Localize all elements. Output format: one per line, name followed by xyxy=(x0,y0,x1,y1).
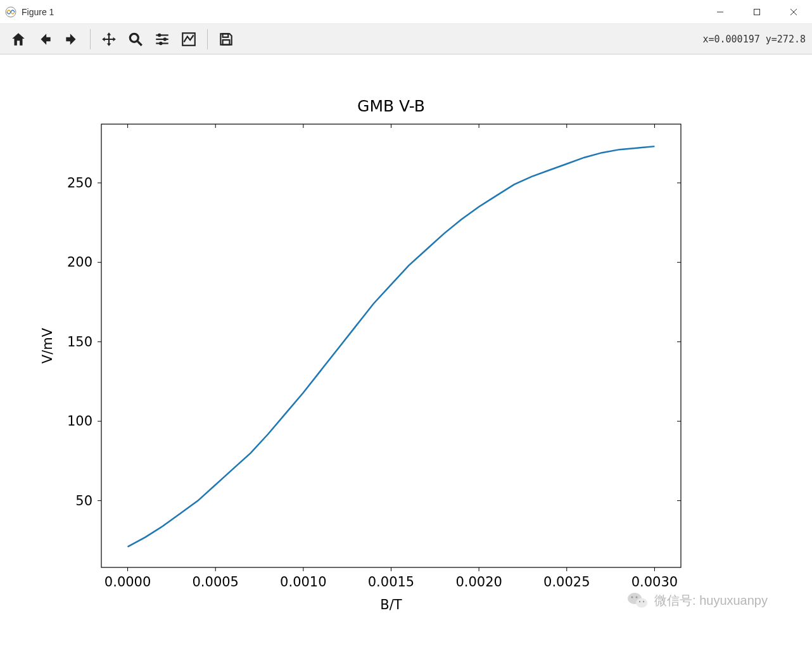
toolbar-separator xyxy=(90,29,91,49)
svg-point-12 xyxy=(159,41,162,44)
save-button[interactable] xyxy=(214,27,238,51)
svg-point-19 xyxy=(636,597,638,598)
data-line xyxy=(128,146,655,547)
wechat-icon xyxy=(626,589,649,612)
svg-point-8 xyxy=(158,33,161,36)
back-button[interactable] xyxy=(33,27,57,51)
plot-area[interactable]: 0.00000.00050.00100.00150.00200.00250.00… xyxy=(0,54,812,670)
window-minimize-button[interactable] xyxy=(702,0,739,23)
y-tick-label: 150 xyxy=(67,334,92,350)
axes-frame xyxy=(101,124,681,567)
window-close-button[interactable] xyxy=(775,0,812,23)
configure-subplots-button[interactable] xyxy=(150,27,174,51)
cursor-coordinates: x=0.000197 y=272.8 xyxy=(702,34,806,45)
y-tick-label: 100 xyxy=(67,414,92,429)
y-tick-label: 250 xyxy=(67,175,92,191)
home-button[interactable] xyxy=(6,27,30,51)
chart-title: GMB V-B xyxy=(357,97,425,115)
watermark: 微信号: huyuxuanpy xyxy=(626,589,768,612)
matplotlib-toolbar: x=0.000197 y=272.8 xyxy=(0,24,812,54)
svg-rect-2 xyxy=(754,9,760,15)
x-tick-label: 0.0000 xyxy=(105,574,151,590)
x-axis-label: B/T xyxy=(380,597,402,612)
x-tick-label: 0.0025 xyxy=(543,574,590,590)
window-title: Figure 1 xyxy=(22,7,54,17)
y-tick-label: 200 xyxy=(67,255,92,270)
x-tick-label: 0.0015 xyxy=(368,574,414,590)
svg-rect-15 xyxy=(223,40,230,45)
x-tick-label: 0.0005 xyxy=(192,574,238,590)
svg-point-21 xyxy=(643,601,644,602)
x-tick-label: 0.0010 xyxy=(280,574,326,590)
zoom-button[interactable] xyxy=(124,27,148,51)
svg-rect-14 xyxy=(223,34,229,37)
y-tick-label: 50 xyxy=(75,493,92,509)
svg-point-20 xyxy=(639,601,640,602)
window-maximize-button[interactable] xyxy=(739,0,775,23)
svg-point-18 xyxy=(631,597,633,598)
forward-button[interactable] xyxy=(60,27,84,51)
svg-point-10 xyxy=(163,37,167,41)
svg-point-17 xyxy=(636,598,647,608)
pan-button[interactable] xyxy=(97,27,121,51)
app-icon xyxy=(5,6,16,18)
window-titlebar: Figure 1 xyxy=(0,0,812,24)
x-tick-label: 0.0030 xyxy=(631,574,678,590)
toolbar-separator xyxy=(207,29,208,49)
svg-line-6 xyxy=(137,41,142,46)
svg-point-5 xyxy=(130,34,138,42)
edit-axis-button[interactable] xyxy=(177,27,201,51)
y-axis-label: V/mV xyxy=(40,327,55,363)
x-tick-label: 0.0020 xyxy=(455,574,502,590)
watermark-text: 微信号: huyuxuanpy xyxy=(654,592,768,609)
